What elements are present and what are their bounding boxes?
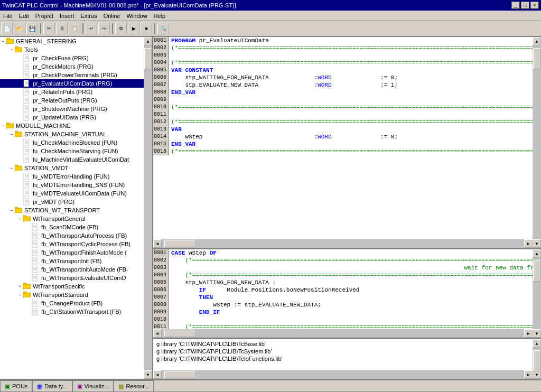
hscroll-right[interactable]: ► [524, 239, 533, 248]
tab-resources[interactable]: ▦ Resour... [114, 380, 154, 391]
tree-item[interactable]: pr_RelateOutPuts (PRG) [0, 96, 144, 105]
tree-scroll-down[interactable]: ▼ [144, 370, 152, 379]
log-scroll-up[interactable]: ▲ [533, 339, 541, 348]
line-content[interactable] [169, 316, 533, 323]
line-content[interactable]: THEN [169, 294, 533, 301]
tree-item[interactable]: fb_WtTransportInit (FB) [0, 257, 144, 265]
code-bottom-hscroll-right[interactable]: ► [524, 329, 533, 338]
code-top-scroll-up[interactable]: ▲ [533, 37, 541, 45]
tree-item[interactable]: fu_vMDTErrorHandling_SNS (FUN) [0, 181, 144, 189]
tree-item[interactable]: fu_CheckMachineStarving (FUN) [0, 147, 144, 155]
tree-item[interactable]: pr_RelateInPuts (PRG) [0, 88, 144, 96]
tree-item[interactable]: pr_CheckPowerTerminals (PRG) [0, 71, 144, 79]
line-content[interactable]: CASE wStep OF [169, 249, 533, 257]
menu-window[interactable]: Window [123, 12, 150, 20]
tree-item[interactable]: −STATION_MACHINE_VIRTUAL [0, 130, 144, 138]
tree-item[interactable]: fu_MachineVirtualEvaluateUIComDat [0, 155, 144, 164]
code-area-bottom[interactable]: 0001CASE wStep OF0002 (*================… [153, 249, 533, 329]
undo-button[interactable]: ↩ [86, 23, 97, 34]
line-content[interactable]: END_VAR [169, 141, 533, 148]
tree-item[interactable]: −WtTransportGeneral [0, 214, 144, 223]
line-content[interactable]: IF Module_Positions.boNewPositionReceive… [169, 286, 533, 294]
code-top-scroll-track[interactable] [533, 45, 541, 239]
line-content[interactable]: PROGRAM pr_EvaluateUIComData [169, 37, 533, 44]
tree-item[interactable]: +WtTransportSpecific [0, 282, 144, 291]
code-top-hscroll[interactable]: ◄ ► [153, 239, 533, 248]
menu-file[interactable]: File [0, 12, 16, 20]
expand-icon[interactable]: − [0, 39, 6, 44]
code-top-scroll-thumb[interactable] [533, 48, 540, 69]
tree-item[interactable]: fb_CtrlStationWtTransport (FB) [0, 307, 144, 316]
line-content[interactable]: stp_EVALUATE_NEW_DATA :WORD := 1; [169, 81, 533, 89]
code-bottom-scroll-down[interactable]: ▼ [533, 329, 541, 338]
expand-icon[interactable]: − [17, 216, 23, 221]
tree-item[interactable]: −Tools [0, 45, 144, 54]
line-content[interactable]: stp_WAITING_FOR_NEW_DATA :WORD := 0; [169, 74, 533, 81]
log-vscroll[interactable]: ▲ ▼ [533, 339, 541, 379]
tree-item[interactable]: pr_ShutdownMachine (PRG) [0, 105, 144, 113]
copy-button[interactable]: ⎘ [56, 23, 68, 34]
expand-icon[interactable]: − [8, 165, 15, 171]
line-content[interactable]: (*======================================… [169, 44, 533, 52]
tree-item[interactable]: pr_vMDT (PRG) [0, 198, 144, 206]
tree-item[interactable]: −STATION_WT_TRANSPORT [0, 206, 144, 214]
expand-icon[interactable]: − [8, 208, 15, 213]
line-content[interactable]: step variables [169, 111, 533, 118]
log-scroll-down[interactable]: ▼ [533, 370, 541, 379]
line-content[interactable]: (*======================================… [169, 118, 533, 126]
tree-scroll-up[interactable]: ▲ [144, 37, 152, 45]
tree-item[interactable]: fb_ScanDMCode (FB) [0, 223, 144, 231]
new-button[interactable]: 📄 [1, 23, 13, 34]
tree-item[interactable]: −GENERAL_STEERING [0, 37, 144, 45]
line-content[interactable]: (*======================================… [169, 104, 533, 111]
stop-button[interactable]: ■ [141, 23, 152, 34]
menu-edit[interactable]: Edit [16, 12, 32, 20]
tree-item[interactable]: fu_vMDTEvaluateUIComData (FUN) [0, 189, 144, 198]
code-top-scroll-down[interactable]: ▼ [533, 239, 541, 248]
close-button[interactable]: × [530, 2, 539, 9]
line-content[interactable]: wait for new data from userinterface [169, 264, 533, 272]
code-bottom-hscroll-left[interactable]: ◄ [153, 329, 162, 338]
code-bottom-scroll-track[interactable] [533, 258, 541, 329]
log-hscroll[interactable]: ◄ ► [153, 370, 533, 379]
line-content[interactable]: (*======================================… [169, 59, 533, 67]
expand-icon[interactable]: − [17, 292, 23, 297]
code-bottom-scroll-up[interactable]: ▲ [533, 249, 541, 258]
cut-button[interactable]: ✂ [43, 23, 55, 34]
log-area[interactable]: g library 'C:\TWINCAT\PLC\LIB\TcBase.lib… [153, 339, 533, 370]
tree-vscrollbar[interactable]: ▲ ▼ [144, 37, 152, 379]
expand-icon[interactable]: − [8, 47, 15, 52]
line-content[interactable]: (*======================================… [169, 272, 533, 279]
menu-insert[interactable]: Insert [57, 12, 78, 20]
line-content[interactable]: END_VAR [169, 89, 533, 96]
open-button[interactable]: 📂 [14, 23, 25, 34]
run-button[interactable]: ▶ [128, 23, 139, 34]
tree-item[interactable]: pr_CheckMotors (PRG) [0, 62, 144, 71]
expand-icon[interactable]: − [0, 123, 6, 128]
line-content[interactable]: (*======================================… [169, 323, 533, 329]
log-hscroll-right[interactable]: ► [524, 370, 533, 379]
build-button[interactable]: ⚙ [115, 23, 127, 34]
line-content[interactable]: wStep := stp_EVALUATE_NEW_DATA; [169, 301, 533, 309]
maximize-button[interactable]: □ [521, 2, 529, 9]
code-bottom-vscroll[interactable]: ▲ ▼ [533, 249, 541, 338]
line-content[interactable]: (*======================================… [169, 148, 533, 155]
line-content[interactable]: VAR [169, 126, 533, 133]
line-content[interactable]: stp_WAITING_FOR_NEW_DATA : [169, 279, 533, 286]
tree-scroll-thumb[interactable] [144, 48, 152, 69]
line-content[interactable]: STEPS [169, 52, 533, 59]
tree-item[interactable]: fu_vMDTErrorHandling (FUN) [0, 172, 144, 181]
save-button[interactable]: 💾 [26, 23, 38, 34]
code-bottom-scroll-thumb[interactable] [533, 260, 540, 282]
tree-item[interactable]: −MODULE_MACHINE [0, 122, 144, 130]
tab-pous[interactable]: ▣ POUs [0, 380, 32, 391]
line-content[interactable]: wStep :WORD := 0; [169, 133, 533, 141]
tree-item[interactable]: fb_ChangeProduct (FB) [0, 299, 144, 307]
line-content[interactable]: (*======================================… [169, 257, 533, 264]
code-bottom-hscroll[interactable]: ◄ ► [153, 329, 533, 338]
code-area-top[interactable]: 0001PROGRAM pr_EvaluateUIComData0002(*==… [153, 37, 533, 239]
tab-visualizations[interactable]: ▣ Visualiz... [72, 380, 114, 391]
line-content[interactable] [169, 96, 533, 104]
tree-item[interactable]: fb_WtTransportFinishAutoMode ( [0, 248, 144, 257]
debug-button[interactable]: 🔍 [157, 23, 169, 34]
